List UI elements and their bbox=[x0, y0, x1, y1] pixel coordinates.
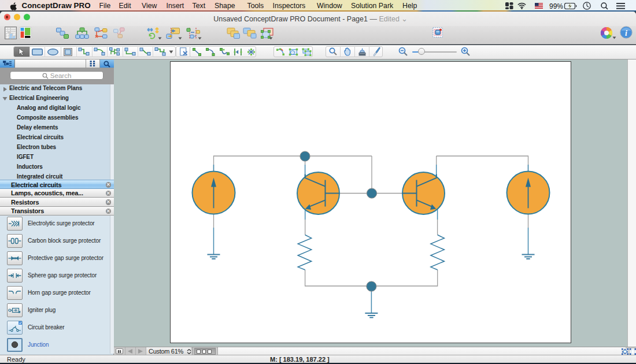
svg-text:i: i bbox=[625, 29, 627, 38]
